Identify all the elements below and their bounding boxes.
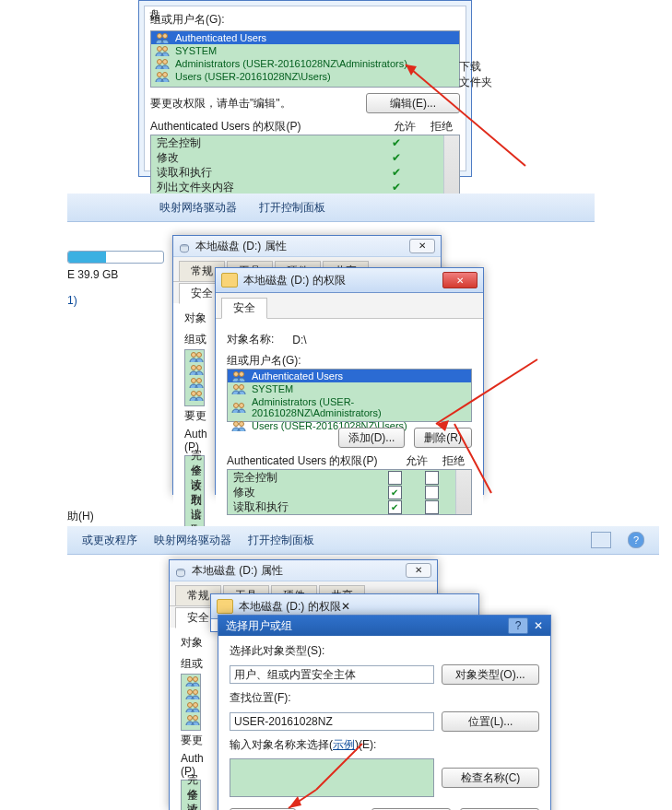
list-item[interactable]: Authenticated Users — [151, 31, 459, 44]
object-type-label: 选择此对象类型(S): — [230, 643, 539, 659]
object-name-value: D:\ — [292, 334, 306, 346]
users-icon — [185, 675, 200, 687]
user-list[interactable]: Authenticated Users SYSTEM Administrator… — [150, 30, 460, 88]
deny-header: 拒绝 — [423, 119, 460, 135]
perm-row: 修改✔ — [228, 485, 455, 499]
list-item[interactable]: SYSTEM — [151, 44, 459, 57]
edit-hint: 要更改权限，请单击"编辑"。 — [150, 96, 366, 112]
toolbar-change-program[interactable]: 或更改程序 — [82, 533, 137, 548]
users-icon — [185, 701, 200, 712]
menu-help[interactable]: 助(H) — [67, 509, 630, 524]
users-icon — [155, 58, 170, 69]
allow-checkbox[interactable] — [388, 471, 402, 485]
toolbar-control-panel[interactable]: 打开控制面板 — [259, 200, 325, 216]
help-icon[interactable]: ? — [628, 532, 644, 548]
users-icon — [155, 45, 170, 56]
select-user-dialog: 选择用户或组 ? ✕ 选择此对象类型(S): 用户、组或内置安全主体 对象类型(… — [218, 615, 551, 810]
check-names-button[interactable]: 检查名称(C) — [442, 768, 539, 788]
close-button[interactable]: ✕ — [534, 619, 543, 632]
toolbar-control-panel[interactable]: 打开控制面板 — [248, 533, 314, 548]
users-icon — [189, 364, 204, 375]
object-name-label: 对象名称: — [227, 332, 274, 347]
toolbar-map-drive[interactable]: 映射网络驱动器 — [159, 200, 237, 216]
toolbar-map-drive[interactable]: 映射网络驱动器 — [154, 533, 231, 548]
groups-label: 组或用户名(G): — [150, 12, 460, 28]
list-item[interactable]: Administrators (USER-20161028NZ\Administ… — [228, 395, 471, 419]
toolbar: 或更改程序 映射网络驱动器 打开控制面板 ? — [67, 526, 659, 555]
groups-label: 组或用户名(G): — [227, 353, 472, 369]
users-icon — [231, 383, 246, 394]
scrollbar[interactable] — [455, 470, 471, 514]
window-title: 本地磁盘 (D:) 的权限 — [243, 273, 346, 288]
perm-row: 完全控制 — [228, 470, 455, 485]
help-button[interactable]: ? — [508, 617, 528, 634]
users-icon — [185, 688, 200, 699]
bg-link[interactable]: 下载 — [459, 59, 492, 75]
users-icon — [155, 32, 170, 43]
object-type-value: 用户、组或内置安全主体 — [230, 665, 434, 684]
permissions-header: Authenticated Users 的权限(P) — [227, 453, 398, 469]
enter-object-label: 输入对象名称来选择(示例)(E): — [230, 737, 539, 753]
users-icon — [189, 351, 204, 362]
list-item[interactable]: Users (USER-20161028NZ\Users) — [151, 70, 459, 83]
view-icon[interactable] — [591, 532, 611, 548]
close-button[interactable]: ✕ — [442, 272, 477, 288]
dialog-title: 选择用户或组 — [226, 618, 292, 634]
window-title: 本地磁盘 (D:) 的权限 — [239, 599, 341, 615]
users-icon — [185, 714, 200, 725]
user-list[interactable]: Authenticated Users SYSTEM Administrator… — [227, 369, 472, 422]
edit-button[interactable]: 编辑(E)... — [366, 93, 460, 113]
deny-checkbox[interactable] — [425, 471, 439, 485]
allow-header: 允许 — [386, 119, 423, 135]
allow-checkbox[interactable]: ✔ — [388, 486, 402, 499]
users-icon — [189, 377, 204, 388]
tab-security[interactable]: 安全 — [221, 298, 267, 319]
bg-text: 文件夹 — [459, 75, 492, 90]
disk-icon — [179, 241, 190, 252]
location-button[interactable]: 位置(L)... — [442, 711, 539, 732]
bg-text: 盘 — [149, 7, 159, 23]
list-item[interactable]: Administrators (USER-20161028NZ\Administ… — [151, 57, 459, 70]
allow-header: 允许 — [398, 453, 435, 469]
deny-checkbox[interactable] — [425, 486, 439, 499]
users-icon — [231, 370, 246, 382]
folder-icon — [221, 273, 238, 288]
sidebar-link[interactable]: 1) — [67, 291, 164, 310]
folder-icon — [217, 599, 233, 614]
close-button[interactable]: ✕ — [409, 239, 435, 253]
object-type-button[interactable]: 对象类型(O)... — [442, 664, 539, 685]
disk-icon — [175, 565, 186, 576]
window-title: 本地磁盘 (D:) 属性 — [192, 560, 283, 581]
users-icon — [155, 71, 170, 82]
example-link[interactable]: 示例 — [333, 738, 355, 751]
users-icon — [189, 390, 204, 401]
toolbar: 映射网络驱动器 打开控制面板 — [67, 194, 595, 222]
location-value: USER-20161028NZ — [230, 712, 434, 731]
close-button[interactable]: ✕ — [406, 563, 431, 578]
object-names-input[interactable] — [230, 758, 434, 797]
sidebar-drive[interactable]: E 39.9 GB — [67, 265, 164, 284]
remove-button[interactable]: 删除(R) — [414, 428, 472, 448]
deny-header: 拒绝 — [435, 453, 472, 469]
users-icon — [231, 420, 246, 431]
permissions-header: Authenticated Users 的权限(P) — [150, 119, 386, 135]
location-label: 查找位置(F): — [230, 690, 539, 706]
permissions-dialog: 本地磁盘 (D:) 的权限 ✕ 安全 对象名称: D:\ 组或用户名(G): A… — [215, 267, 484, 495]
window-title: 本地磁盘 (D:) 属性 — [195, 236, 287, 256]
list-item[interactable]: Authenticated Users — [228, 370, 471, 382]
list-item[interactable]: SYSTEM — [228, 382, 471, 395]
add-button[interactable]: 添加(D)... — [338, 428, 406, 448]
users-icon — [231, 402, 246, 413]
close-button[interactable]: ✕ — [341, 600, 350, 613]
